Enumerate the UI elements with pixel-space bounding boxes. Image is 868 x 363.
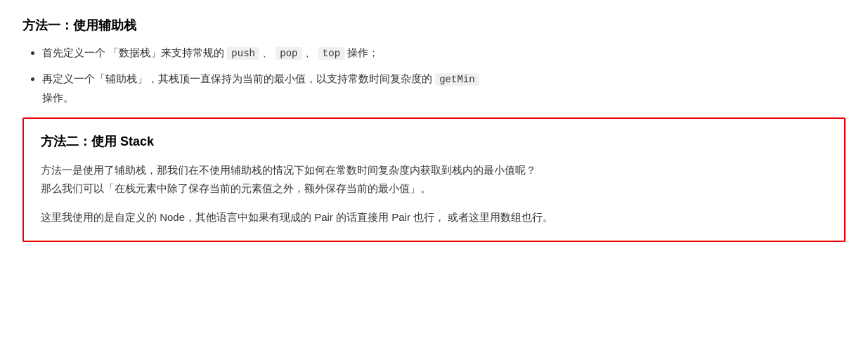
code-pop: pop [276,47,302,60]
method-two-para-1: 方法一是使用了辅助栈，那我们在不使用辅助栈的情况下如何在常数时间复杂度内获取到栈… [41,161,827,198]
bullet-text-after-1: 操作； [347,46,379,58]
code-top: top [318,47,344,60]
method-one-list: 首先定义一个 「数据栈」来支持常规的 push 、 pop 、 top 操作； … [22,44,846,106]
method-two-section: 方法二：使用 Stack 方法一是使用了辅助栈，那我们在不使用辅助栈的情况下如何… [22,117,846,242]
list-item: 再定义一个「辅助栈」，其栈顶一直保持为当前的最小值，以支持常数时间复杂度的 ge… [42,70,846,106]
method-two-para-2: 这里我使用的是自定义的 Node，其他语言中如果有现成的 Pair 的话直接用 … [41,208,827,227]
method-two-title: 方法二：使用 Stack [41,133,827,150]
code-push: push [227,47,259,60]
code-getmin: getMin [435,73,479,86]
bullet-text-before-1: 首先定义一个 「数据栈」来支持常规的 [42,46,227,58]
bullet-text-before-2: 再定义一个「辅助栈」，其栈顶一直保持为当前的最小值，以支持常数时间复杂度的 [42,72,435,84]
separator-1: 、 [262,46,276,58]
method-one-section: 方法一：使用辅助栈 首先定义一个 「数据栈」来支持常规的 push 、 pop … [22,17,846,106]
method-one-title: 方法一：使用辅助栈 [22,17,846,34]
list-item: 首先定义一个 「数据栈」来支持常规的 push 、 pop 、 top 操作； [42,44,846,63]
separator-2: 、 [305,46,318,58]
bullet-text-after-2: 操作。 [42,91,74,103]
